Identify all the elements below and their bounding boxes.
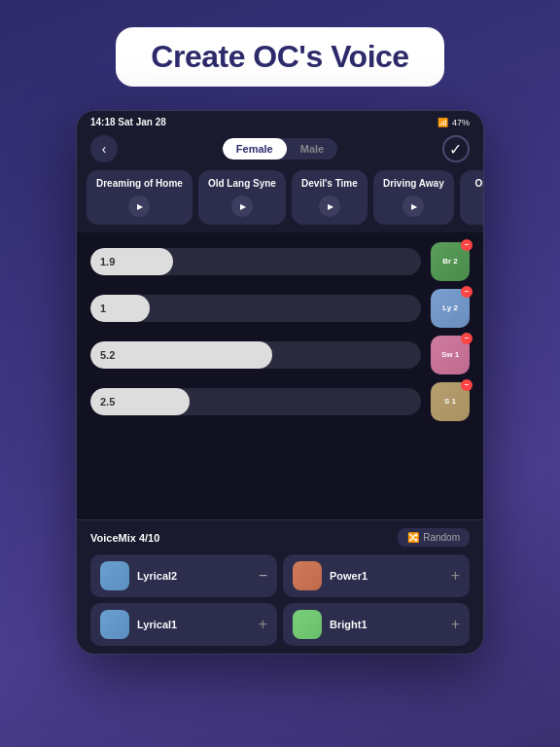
song-tab-old-lang[interactable]: Old Lang Syne ▶ [198,170,286,225]
voice-name-power1: Power1 [330,570,443,582]
slider-badge-br2[interactable]: Br 2 − [431,242,470,281]
back-button[interactable]: ‹ [90,135,118,162]
voice-action-power1[interactable]: + [451,567,460,585]
bottom-section: VoiceMix 4/10 🔀 Random Lyrical2 − Power1… [77,519,483,654]
voice-action-bright1[interactable]: + [451,616,460,633]
slider-value-br2: 1.9 [100,256,115,267]
song-tab-name: Devil's Time [301,178,358,190]
song-tab-name: Old Lang Syne [208,178,276,190]
slider-value-ly2: 1 [100,302,106,314]
gender-male-option[interactable]: Male [287,138,337,160]
slider-fill-br2: 1.9 [90,248,173,275]
voice-grid: Lyrical2 − Power1 + Lyrical1 + Bright1 + [90,554,470,646]
voice-item-bright1[interactable]: Bright1 + [283,603,470,646]
badge-minus-br2[interactable]: − [461,239,472,251]
slider-row-ly2: 1 Ly 2 − [90,289,470,328]
badge-minus-sw1[interactable]: − [461,333,472,344]
signal-icon: 📶 [438,118,448,127]
play-button-driving-away[interactable]: ▶ [402,196,424,217]
play-button-dreaming[interactable]: ▶ [128,196,150,217]
play-button-devils-time[interactable]: ▶ [319,196,340,217]
device-frame: 14:18 Sat Jan 28 📶 47% ‹ Female Male ✓ D… [76,110,484,655]
nav-bar: ‹ Female Male ✓ [77,131,483,170]
gender-female-option[interactable]: Female [223,138,287,160]
slider-track-s1[interactable]: 2.5 [90,388,421,415]
page-title: Create OC's Voice [151,39,408,74]
confirm-button[interactable]: ✓ [442,135,470,162]
voice-action-lyrical1[interactable]: + [259,616,267,633]
battery-label: 47% [452,118,470,127]
slider-fill-ly2: 1 [90,295,150,322]
voice-item-lyrical1[interactable]: Lyrical1 + [90,603,277,646]
song-tab-name: Dreaming of Home [96,178,183,190]
random-button[interactable]: 🔀 Random [398,528,470,547]
gender-toggle: Female Male [223,138,337,160]
song-tab-driving-away[interactable]: Driving Away ▶ [373,170,454,225]
badge-label-s1: S 1 [444,398,456,407]
random-label: Random [423,532,460,543]
slider-row-sw1: 5.2 Sw 1 − [90,336,470,374]
slider-track-br2[interactable]: 1.9 [90,248,421,275]
voicemix-header: VoiceMix 4/10 🔀 Random [90,528,470,547]
song-tab-devils-time[interactable]: Devil's Time ▶ [292,170,368,225]
slider-row-br2: 1.9 Br 2 − [90,242,470,281]
badge-label-ly2: Ly 2 [442,304,458,313]
voice-name-bright1: Bright1 [330,619,443,630]
main-content: 1.9 Br 2 − 1 Ly 2 − 5.2 [77,232,483,519]
song-tab-dreaming[interactable]: Dreaming of Home ▶ [87,170,192,225]
status-time: 14:18 Sat Jan 28 [90,117,166,127]
slider-track-ly2[interactable]: 1 [90,295,421,322]
badge-minus-ly2[interactable]: − [461,286,472,298]
slider-fill-s1: 2.5 [90,388,190,415]
status-right: 📶 47% [438,118,470,127]
slider-value-sw1: 5.2 [100,349,115,361]
slider-row-s1: 2.5 S 1 − [90,382,470,421]
slider-badge-ly2[interactable]: Ly 2 − [431,289,470,328]
song-tabs: Dreaming of Home ▶ Old Lang Syne ▶ Devil… [77,170,483,232]
voice-action-lyrical2[interactable]: − [259,567,267,585]
badge-label-sw1: Sw 1 [441,351,459,360]
voice-thumb-lyrical2 [100,561,129,590]
voice-item-lyrical2[interactable]: Lyrical2 − [90,554,277,597]
voice-thumb-power1 [293,561,322,590]
voice-name-lyrical2: Lyrical2 [137,570,251,582]
song-tab-our-story[interactable]: Our Sto… ▶ [460,170,483,225]
slider-badge-s1[interactable]: S 1 − [431,382,470,421]
header-title-container: Create OC's Voice [116,27,443,87]
voicemix-label: VoiceMix 4/10 [90,532,159,544]
song-tab-name: Our Sto… [474,178,483,190]
badge-minus-s1[interactable]: − [461,379,472,391]
play-button-old-lang[interactable]: ▶ [231,196,253,217]
status-bar: 14:18 Sat Jan 28 📶 47% [77,111,483,131]
voice-thumb-bright1 [293,610,322,639]
slider-track-sw1[interactable]: 5.2 [90,341,421,369]
slider-value-s1: 2.5 [100,396,115,408]
voice-item-power1[interactable]: Power1 + [283,554,470,597]
slider-badge-sw1[interactable]: Sw 1 − [431,336,470,374]
slider-fill-sw1: 5.2 [90,341,272,369]
voice-name-lyrical1: Lyrical1 [137,619,251,630]
random-icon: 🔀 [407,532,419,543]
badge-label-br2: Br 2 [442,258,458,267]
voice-thumb-lyrical1 [100,610,129,639]
song-tab-name: Driving Away [383,178,444,190]
